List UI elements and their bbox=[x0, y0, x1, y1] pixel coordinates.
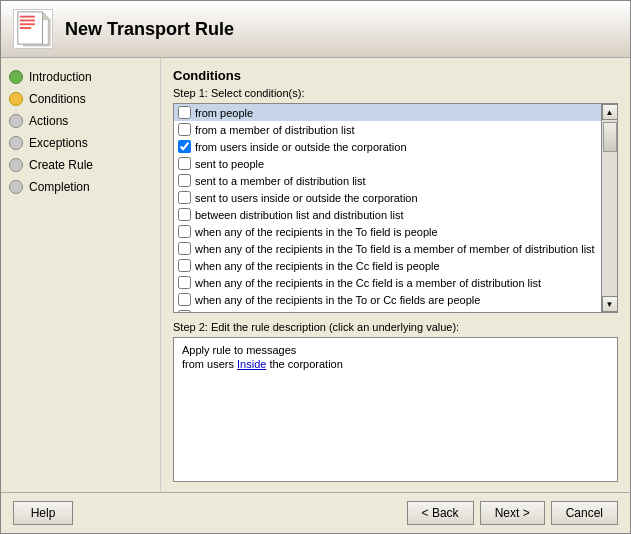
list-item[interactable]: from people bbox=[174, 104, 601, 121]
svg-rect-2 bbox=[20, 20, 35, 22]
desc-line2: from users Inside the corporation bbox=[182, 358, 609, 370]
window: New Transport Rule Introduction Conditio… bbox=[0, 0, 631, 534]
condition-checkbox[interactable] bbox=[178, 242, 191, 255]
list-item[interactable]: when any of the recipients in the Cc fie… bbox=[174, 274, 601, 291]
list-item[interactable]: when any of the recipients in the To or … bbox=[174, 291, 601, 308]
window-title: New Transport Rule bbox=[65, 19, 234, 40]
scrollbar-track: ▲ ▼ bbox=[601, 104, 617, 312]
sidebar-item-conditions[interactable]: Conditions bbox=[1, 88, 160, 110]
sidebar-item-label: Conditions bbox=[29, 92, 86, 106]
sidebar-item-create-rule[interactable]: Create Rule bbox=[1, 154, 160, 176]
svg-rect-1 bbox=[20, 16, 35, 18]
condition-checkbox[interactable] bbox=[178, 259, 191, 272]
sidebar-item-introduction[interactable]: Introduction bbox=[1, 66, 160, 88]
svg-rect-4 bbox=[20, 27, 31, 29]
desc-pre: from users bbox=[182, 358, 237, 370]
title-bar: New Transport Rule bbox=[1, 1, 630, 58]
condition-checkbox[interactable] bbox=[178, 174, 191, 187]
desc-link[interactable]: Inside bbox=[237, 358, 266, 370]
conditions-dot bbox=[9, 92, 23, 106]
content-area: Introduction Conditions Actions Exceptio… bbox=[1, 58, 630, 492]
sidebar-item-actions[interactable]: Actions bbox=[1, 110, 160, 132]
list-item[interactable]: when any of the recipients in the To fie… bbox=[174, 223, 601, 240]
desc-line1: Apply rule to messages bbox=[182, 344, 609, 356]
condition-label: sent to a member of distribution list bbox=[195, 175, 366, 187]
completion-dot bbox=[9, 180, 23, 194]
list-item[interactable]: sent to people bbox=[174, 155, 601, 172]
section-title: Conditions bbox=[173, 68, 618, 83]
footer: Help < Back Next > Cancel bbox=[1, 492, 630, 533]
svg-rect-3 bbox=[20, 23, 35, 25]
sidebar-item-label: Exceptions bbox=[29, 136, 88, 150]
back-button[interactable]: < Back bbox=[407, 501, 474, 525]
condition-label: from a member of distribution list bbox=[195, 124, 355, 136]
condition-label: when any of the recipients in the To or … bbox=[195, 294, 480, 306]
condition-checkbox[interactable] bbox=[178, 191, 191, 204]
condition-label: from users inside or outside the corpora… bbox=[195, 141, 407, 153]
app-icon bbox=[13, 9, 53, 49]
condition-label: from people bbox=[195, 107, 253, 119]
list-item[interactable]: from a member of distribution list bbox=[174, 121, 601, 138]
footer-nav: < Back Next > Cancel bbox=[407, 501, 618, 525]
scroll-down-button[interactable]: ▼ bbox=[602, 296, 618, 312]
cancel-button[interactable]: Cancel bbox=[551, 501, 618, 525]
scroll-thumb[interactable] bbox=[603, 122, 617, 152]
help-button[interactable]: Help bbox=[13, 501, 73, 525]
condition-label: when any of the recipients in the To or … bbox=[195, 311, 574, 313]
step1-label: Step 1: Select condition(s): bbox=[173, 87, 618, 99]
sidebar-item-label: Introduction bbox=[29, 70, 92, 84]
condition-label: between distribution list and distributi… bbox=[195, 209, 404, 221]
list-item[interactable]: sent to users inside or outside the corp… bbox=[174, 189, 601, 206]
condition-checkbox[interactable] bbox=[178, 293, 191, 306]
sidebar-item-label: Create Rule bbox=[29, 158, 93, 172]
condition-checkbox[interactable] bbox=[178, 157, 191, 170]
list-item[interactable]: when any of the recipients in the Cc fie… bbox=[174, 257, 601, 274]
conditions-list[interactable]: from peoplefrom a member of distribution… bbox=[174, 104, 601, 312]
step2-label: Step 2: Edit the rule description (click… bbox=[173, 321, 618, 333]
condition-checkbox[interactable] bbox=[178, 276, 191, 289]
create-rule-dot bbox=[9, 158, 23, 172]
sidebar-item-label: Completion bbox=[29, 180, 90, 194]
sidebar-item-completion[interactable]: Completion bbox=[1, 176, 160, 198]
condition-checkbox[interactable] bbox=[178, 310, 191, 312]
condition-label: when any of the recipients in the To fie… bbox=[195, 226, 438, 238]
list-item[interactable]: from users inside or outside the corpora… bbox=[174, 138, 601, 155]
sidebar-item-exceptions[interactable]: Exceptions bbox=[1, 132, 160, 154]
condition-checkbox[interactable] bbox=[178, 208, 191, 221]
actions-dot bbox=[9, 114, 23, 128]
intro-dot bbox=[9, 70, 23, 84]
sidebar: Introduction Conditions Actions Exceptio… bbox=[1, 58, 161, 492]
list-item[interactable]: sent to a member of distribution list bbox=[174, 172, 601, 189]
description-box: Apply rule to messages from users Inside… bbox=[173, 337, 618, 482]
condition-label: sent to people bbox=[195, 158, 264, 170]
next-button[interactable]: Next > bbox=[480, 501, 545, 525]
list-item[interactable]: when any of the recipients in the To fie… bbox=[174, 240, 601, 257]
list-item[interactable]: between distribution list and distributi… bbox=[174, 206, 601, 223]
condition-label: when any of the recipients in the Cc fie… bbox=[195, 277, 541, 289]
sidebar-item-label: Actions bbox=[29, 114, 68, 128]
scroll-up-button[interactable]: ▲ bbox=[602, 104, 618, 120]
condition-checkbox[interactable] bbox=[178, 106, 191, 119]
condition-label: sent to users inside or outside the corp… bbox=[195, 192, 418, 204]
condition-checkbox[interactable] bbox=[178, 140, 191, 153]
condition-checkbox[interactable] bbox=[178, 225, 191, 238]
condition-checkbox[interactable] bbox=[178, 123, 191, 136]
condition-label: when any of the recipients in the To fie… bbox=[195, 243, 595, 255]
condition-label: when any of the recipients in the Cc fie… bbox=[195, 260, 440, 272]
exceptions-dot bbox=[9, 136, 23, 150]
desc-post: the corporation bbox=[266, 358, 342, 370]
main-content: Conditions Step 1: Select condition(s): … bbox=[161, 58, 630, 492]
list-item[interactable]: when any of the recipients in the To or … bbox=[174, 308, 601, 312]
